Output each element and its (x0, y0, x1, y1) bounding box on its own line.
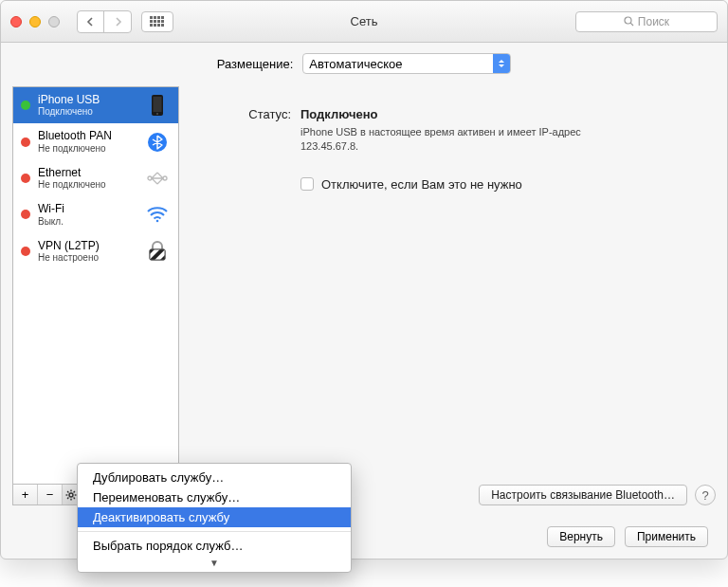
network-list[interactable]: iPhone USB Подключено Bluetooth PAN Не п… (12, 86, 179, 485)
svg-point-16 (156, 113, 158, 115)
status-dot-icon (21, 174, 30, 183)
svg-rect-9 (154, 24, 156, 27)
apply-button[interactable]: Применить (625, 526, 708, 547)
svg-rect-15 (154, 97, 162, 112)
svg-rect-8 (150, 24, 153, 27)
svg-rect-6 (157, 20, 160, 23)
detail-pane: Статус: Подключено iPhone USB в настояще… (179, 86, 716, 505)
configure-bluetooth-button[interactable]: Настроить связывание Bluetooth… (479, 485, 687, 505)
interface-name: Bluetooth PAN (38, 129, 136, 142)
checkbox-label: Отключите, если Вам это не нужно (321, 177, 522, 192)
svg-rect-2 (157, 16, 160, 19)
add-interface-button[interactable]: + (13, 485, 38, 504)
interface-status: Не подключено (38, 143, 136, 155)
svg-line-30 (67, 491, 68, 492)
forward-button[interactable] (104, 11, 131, 32)
svg-rect-0 (150, 16, 153, 19)
status-dot-icon (21, 101, 30, 110)
interface-status: Не подключено (38, 179, 136, 191)
svg-rect-10 (157, 24, 160, 27)
menu-deactivate-service[interactable]: Деактивировать службу (78, 507, 351, 527)
lock-icon (144, 240, 171, 263)
titlebar: Сеть Поиск (1, 1, 727, 43)
svg-point-25 (69, 493, 73, 497)
show-all-button[interactable] (141, 11, 173, 32)
svg-rect-5 (154, 20, 156, 23)
svg-line-32 (74, 491, 75, 492)
svg-rect-7 (161, 20, 164, 23)
chevron-updown-icon (493, 54, 510, 73)
sidebar-item-bluetooth-pan[interactable]: Bluetooth PAN Не подключено (13, 123, 178, 159)
search-placeholder: Поиск (638, 15, 669, 28)
search-field[interactable]: Поиск (575, 11, 718, 32)
nav-buttons (77, 10, 132, 33)
svg-line-31 (74, 497, 75, 498)
menu-more-indicator: ▼ (78, 556, 351, 568)
remove-interface-button[interactable]: − (38, 485, 63, 504)
interface-name: Wi-Fi (38, 202, 136, 215)
status-value: Подключено (300, 107, 377, 121)
search-icon (624, 16, 634, 27)
interface-name: Ethernet (38, 166, 136, 179)
interface-name: iPhone USB (38, 93, 136, 106)
sidebar-item-iphone-usb[interactable]: iPhone USB Подключено (13, 87, 178, 123)
disable-if-unneeded-checkbox[interactable] (300, 177, 314, 191)
interface-status: Выкл. (38, 216, 136, 228)
help-button[interactable]: ? (695, 485, 716, 505)
network-prefs-window: Сеть Поиск Размещение: Автоматическое iP… (0, 0, 728, 559)
svg-rect-4 (150, 20, 153, 23)
svg-line-33 (67, 497, 68, 498)
revert-button[interactable]: Вернуть (547, 526, 615, 547)
sidebar-container: iPhone USB Подключено Bluetooth PAN Не п… (12, 86, 179, 505)
svg-rect-22 (150, 249, 165, 260)
status-dot-icon (21, 210, 30, 219)
menu-set-service-order[interactable]: Выбрать порядок служб… (78, 536, 351, 556)
svg-point-20 (156, 220, 159, 223)
svg-line-13 (630, 23, 633, 26)
traffic-lights (10, 16, 60, 28)
back-button[interactable] (78, 11, 104, 32)
sidebar-item-vpn[interactable]: VPN (L2TP) Не настроено (13, 233, 178, 269)
interface-status: Не настроено (38, 252, 136, 264)
status-dot-icon (21, 247, 30, 256)
svg-rect-3 (161, 16, 164, 19)
sidebar-item-wifi[interactable]: Wi-Fi Выкл. (13, 196, 178, 232)
location-label: Размещение: (217, 57, 294, 71)
svg-rect-11 (161, 24, 164, 27)
phone-icon (144, 94, 171, 117)
bluetooth-icon (144, 131, 171, 154)
minimize-window-button[interactable] (29, 16, 41, 28)
wifi-icon (144, 203, 171, 226)
footer-buttons: Вернуть Применить (547, 526, 708, 547)
location-select[interactable]: Автоматическое (302, 53, 511, 74)
ethernet-icon (144, 167, 171, 190)
zoom-window-button (48, 16, 60, 28)
main-pane: iPhone USB Подключено Bluetooth PAN Не п… (12, 86, 716, 505)
menu-separator (78, 531, 351, 532)
sidebar-item-ethernet[interactable]: Ethernet Не подключено (13, 160, 178, 196)
location-value: Автоматическое (309, 57, 402, 71)
menu-duplicate-service[interactable]: Дублировать службу… (78, 468, 351, 487)
status-label: Статус: (206, 107, 291, 121)
interface-name: VPN (L2TP) (38, 239, 136, 252)
status-description: iPhone USB в настоящее время активен и и… (300, 125, 623, 155)
interface-status: Подключено (38, 106, 136, 118)
location-row: Размещение: Автоматическое (1, 43, 727, 84)
status-dot-icon (21, 138, 30, 147)
svg-rect-1 (154, 16, 156, 19)
close-window-button[interactable] (10, 16, 22, 28)
menu-rename-service[interactable]: Переименовать службу… (78, 487, 351, 507)
svg-point-12 (625, 17, 631, 24)
gear-context-menu: Дублировать службу… Переименовать службу… (77, 463, 352, 573)
